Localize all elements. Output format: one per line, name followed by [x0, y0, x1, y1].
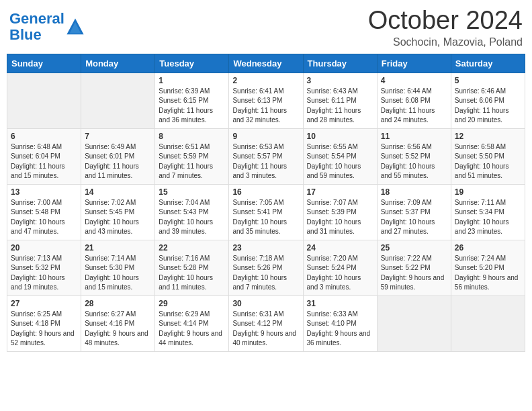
day-info: Sunrise: 6:49 AMSunset: 6:01 PMDaylight:… — [85, 142, 151, 181]
calendar-cell: 18Sunrise: 7:09 AMSunset: 5:37 PMDayligh… — [377, 184, 451, 240]
calendar-cell — [451, 295, 525, 351]
calendar-header-thursday: Thursday — [303, 54, 377, 73]
calendar-cell: 27Sunrise: 6:25 AMSunset: 4:18 PMDayligh… — [7, 295, 81, 351]
day-info: Sunrise: 6:55 AMSunset: 5:54 PMDaylight:… — [307, 142, 373, 181]
calendar-cell: 29Sunrise: 6:29 AMSunset: 4:14 PMDayligh… — [155, 295, 229, 351]
calendar-cell — [7, 73, 81, 128]
day-number: 18 — [381, 187, 447, 197]
day-info: Sunrise: 7:02 AMSunset: 5:45 PMDaylight:… — [85, 198, 151, 237]
day-number: 17 — [307, 187, 373, 197]
calendar-week-row: 27Sunrise: 6:25 AMSunset: 4:18 PMDayligh… — [7, 295, 525, 351]
day-number: 20 — [11, 243, 77, 253]
day-info: Sunrise: 7:18 AMSunset: 5:26 PMDaylight:… — [232, 254, 299, 293]
day-info: Sunrise: 6:56 AMSunset: 5:52 PMDaylight:… — [381, 142, 447, 181]
day-info: Sunrise: 7:09 AMSunset: 5:37 PMDaylight:… — [381, 198, 447, 237]
calendar-header-monday: Monday — [81, 54, 155, 73]
calendar-cell: 24Sunrise: 7:20 AMSunset: 5:24 PMDayligh… — [303, 240, 377, 295]
location: Sochocin, Mazovia, Poland — [368, 36, 523, 48]
day-info: Sunrise: 7:00 AMSunset: 5:48 PMDaylight:… — [11, 198, 77, 237]
day-info: Sunrise: 6:39 AMSunset: 6:15 PMDaylight:… — [159, 87, 225, 126]
calendar-cell: 22Sunrise: 7:16 AMSunset: 5:28 PMDayligh… — [155, 240, 229, 295]
calendar-table: SundayMondayTuesdayWednesdayThursdayFrid… — [7, 54, 525, 352]
day-number: 19 — [455, 187, 521, 197]
day-number: 28 — [85, 299, 151, 308]
day-info: Sunrise: 6:51 AMSunset: 5:59 PMDaylight:… — [159, 142, 225, 181]
day-info: Sunrise: 6:53 AMSunset: 5:57 PMDaylight:… — [232, 142, 299, 181]
day-number: 26 — [455, 243, 521, 253]
day-number: 10 — [307, 132, 373, 141]
day-number: 31 — [307, 299, 373, 308]
day-info: Sunrise: 6:46 AMSunset: 6:06 PMDaylight:… — [455, 87, 521, 126]
calendar-cell: 26Sunrise: 7:24 AMSunset: 5:20 PMDayligh… — [451, 240, 525, 295]
calendar-header-row: SundayMondayTuesdayWednesdayThursdayFrid… — [7, 54, 525, 73]
calendar-header-wednesday: Wednesday — [229, 54, 303, 73]
calendar-cell: 4Sunrise: 6:44 AMSunset: 6:08 PMDaylight… — [377, 73, 451, 128]
day-info: Sunrise: 7:11 AMSunset: 5:34 PMDaylight:… — [455, 198, 521, 237]
day-number: 24 — [307, 243, 373, 253]
calendar-cell: 10Sunrise: 6:55 AMSunset: 5:54 PMDayligh… — [303, 128, 377, 184]
calendar-cell: 28Sunrise: 6:27 AMSunset: 4:16 PMDayligh… — [81, 295, 155, 351]
day-number: 3 — [307, 76, 373, 85]
day-number: 13 — [11, 187, 77, 197]
day-info: Sunrise: 6:33 AMSunset: 4:10 PMDaylight:… — [307, 310, 373, 349]
day-number: 1 — [159, 76, 225, 85]
title-block: October 2024 Sochocin, Mazovia, Poland — [368, 7, 523, 48]
day-info: Sunrise: 7:04 AMSunset: 5:43 PMDaylight:… — [159, 198, 225, 237]
day-info: Sunrise: 6:58 AMSunset: 5:50 PMDaylight:… — [455, 142, 521, 181]
day-info: Sunrise: 7:16 AMSunset: 5:28 PMDaylight:… — [159, 254, 225, 293]
day-number: 15 — [159, 187, 225, 197]
day-number: 16 — [232, 187, 299, 197]
day-info: Sunrise: 6:27 AMSunset: 4:16 PMDaylight:… — [85, 310, 151, 349]
calendar-header-friday: Friday — [377, 54, 451, 73]
calendar-cell: 17Sunrise: 7:07 AMSunset: 5:39 PMDayligh… — [303, 184, 377, 240]
day-info: Sunrise: 7:24 AMSunset: 5:20 PMDaylight:… — [455, 254, 521, 293]
day-number: 30 — [232, 299, 299, 308]
day-number: 11 — [381, 132, 447, 141]
day-info: Sunrise: 7:07 AMSunset: 5:39 PMDaylight:… — [307, 198, 373, 237]
day-number: 7 — [85, 132, 151, 141]
calendar-cell: 19Sunrise: 7:11 AMSunset: 5:34 PMDayligh… — [451, 184, 525, 240]
calendar-cell: 7Sunrise: 6:49 AMSunset: 6:01 PMDaylight… — [81, 128, 155, 184]
day-info: Sunrise: 6:44 AMSunset: 6:08 PMDaylight:… — [381, 87, 447, 126]
calendar-week-row: 1Sunrise: 6:39 AMSunset: 6:15 PMDaylight… — [7, 73, 525, 128]
day-number: 2 — [232, 76, 299, 85]
day-number: 14 — [85, 187, 151, 197]
calendar-cell: 25Sunrise: 7:22 AMSunset: 5:22 PMDayligh… — [377, 240, 451, 295]
day-number: 22 — [159, 243, 225, 253]
day-info: Sunrise: 6:25 AMSunset: 4:18 PMDaylight:… — [11, 310, 77, 349]
calendar-cell — [81, 73, 155, 128]
day-number: 9 — [232, 132, 299, 141]
calendar-header-saturday: Saturday — [451, 54, 525, 73]
day-number: 6 — [11, 132, 77, 141]
calendar-header-sunday: Sunday — [7, 54, 81, 73]
day-info: Sunrise: 6:43 AMSunset: 6:11 PMDaylight:… — [307, 87, 373, 126]
calendar-cell: 30Sunrise: 6:31 AMSunset: 4:12 PMDayligh… — [229, 295, 303, 351]
day-number: 5 — [455, 76, 521, 85]
calendar-week-row: 20Sunrise: 7:13 AMSunset: 5:32 PMDayligh… — [7, 240, 525, 295]
day-number: 25 — [381, 243, 447, 253]
day-number: 29 — [159, 299, 225, 308]
day-info: Sunrise: 6:48 AMSunset: 6:04 PMDaylight:… — [11, 142, 77, 181]
logo-text: GeneralBlue — [9, 11, 64, 43]
day-info: Sunrise: 7:14 AMSunset: 5:30 PMDaylight:… — [85, 254, 151, 293]
calendar-cell: 8Sunrise: 6:51 AMSunset: 5:59 PMDaylight… — [155, 128, 229, 184]
calendar-cell: 13Sunrise: 7:00 AMSunset: 5:48 PMDayligh… — [7, 184, 81, 240]
day-info: Sunrise: 6:41 AMSunset: 6:13 PMDaylight:… — [232, 87, 299, 126]
calendar-cell: 16Sunrise: 7:05 AMSunset: 5:41 PMDayligh… — [229, 184, 303, 240]
logo-icon — [66, 17, 85, 36]
month-title: October 2024 — [368, 7, 523, 35]
day-info: Sunrise: 7:22 AMSunset: 5:22 PMDaylight:… — [381, 254, 447, 293]
day-info: Sunrise: 6:29 AMSunset: 4:14 PMDaylight:… — [159, 310, 225, 349]
calendar-cell: 5Sunrise: 6:46 AMSunset: 6:06 PMDaylight… — [451, 73, 525, 128]
day-number: 23 — [232, 243, 299, 253]
calendar-cell: 23Sunrise: 7:18 AMSunset: 5:26 PMDayligh… — [229, 240, 303, 295]
calendar-cell: 1Sunrise: 6:39 AMSunset: 6:15 PMDaylight… — [155, 73, 229, 128]
day-info: Sunrise: 6:31 AMSunset: 4:12 PMDaylight:… — [232, 310, 299, 349]
day-number: 12 — [455, 132, 521, 141]
calendar-week-row: 13Sunrise: 7:00 AMSunset: 5:48 PMDayligh… — [7, 184, 525, 240]
calendar-cell — [377, 295, 451, 351]
day-info: Sunrise: 7:20 AMSunset: 5:24 PMDaylight:… — [307, 254, 373, 293]
day-number: 21 — [85, 243, 151, 253]
day-info: Sunrise: 7:05 AMSunset: 5:41 PMDaylight:… — [232, 198, 299, 237]
calendar-cell: 31Sunrise: 6:33 AMSunset: 4:10 PMDayligh… — [303, 295, 377, 351]
